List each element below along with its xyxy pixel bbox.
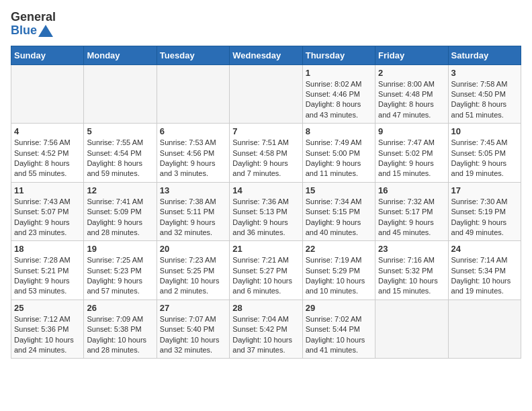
day-number: 17 (451, 185, 518, 195)
day-info: Sunset: 4:54 PM (87, 148, 153, 158)
day-info: Daylight: 10 hours and 41 minutes. (306, 335, 372, 356)
day-info: Sunrise: 7:12 AM (14, 314, 81, 324)
day-number: 14 (232, 185, 299, 195)
day-info: Daylight: 8 hours and 55 minutes. (14, 158, 81, 179)
day-info: Daylight: 9 hours and 53 minutes. (14, 276, 81, 297)
day-number: 21 (232, 244, 299, 254)
day-info: Daylight: 8 hours and 59 minutes. (87, 158, 153, 179)
calendar-cell: 16Sunrise: 7:32 AMSunset: 5:17 PMDayligh… (375, 182, 448, 241)
calendar-cell (230, 64, 302, 124)
calendar-cell: 15Sunrise: 7:34 AMSunset: 5:15 PMDayligh… (302, 182, 375, 241)
day-info: Sunset: 4:58 PM (232, 148, 299, 158)
day-info: Daylight: 10 hours and 10 minutes. (306, 276, 372, 297)
day-info: Sunset: 5:44 PM (306, 324, 372, 334)
day-info: Sunrise: 8:02 AM (306, 79, 372, 89)
day-info: Sunset: 5:09 PM (87, 207, 153, 217)
calendar-cell: 12Sunrise: 7:41 AMSunset: 5:09 PMDayligh… (84, 182, 157, 241)
day-info: Daylight: 10 hours and 37 minutes. (232, 335, 299, 356)
day-info: Daylight: 9 hours and 57 minutes. (87, 276, 153, 297)
calendar-week-4: 25Sunrise: 7:12 AMSunset: 5:36 PMDayligh… (11, 300, 521, 359)
day-info: Sunset: 5:34 PM (451, 266, 518, 276)
day-info: Sunrise: 7:14 AM (451, 255, 518, 265)
day-info: Sunset: 5:27 PM (232, 266, 299, 276)
calendar-cell: 23Sunrise: 7:16 AMSunset: 5:32 PMDayligh… (375, 241, 448, 300)
day-info: Sunrise: 7:49 AM (306, 138, 372, 148)
day-info: Sunrise: 7:02 AM (306, 314, 372, 324)
calendar-cell: 24Sunrise: 7:14 AMSunset: 5:34 PMDayligh… (448, 241, 521, 300)
day-info: Sunrise: 7:55 AM (87, 138, 153, 148)
day-number: 25 (14, 303, 81, 313)
calendar-cell: 11Sunrise: 7:43 AMSunset: 5:07 PMDayligh… (11, 182, 84, 241)
day-info: Sunrise: 7:28 AM (14, 255, 81, 265)
day-info: Sunrise: 7:41 AM (87, 197, 153, 207)
day-info: Sunrise: 7:53 AM (160, 138, 226, 148)
calendar-cell: 9Sunrise: 7:47 AMSunset: 5:02 PMDaylight… (375, 124, 448, 183)
day-info: Sunrise: 7:38 AM (160, 197, 226, 207)
day-info: Sunset: 5:13 PM (232, 207, 299, 217)
day-info: Sunrise: 7:45 AM (451, 138, 518, 148)
day-info: Sunset: 5:19 PM (451, 207, 518, 217)
day-info: Daylight: 9 hours and 15 minutes. (378, 158, 445, 179)
day-info: Sunrise: 7:04 AM (232, 314, 299, 324)
day-info: Sunset: 4:50 PM (451, 89, 518, 99)
day-info: Daylight: 10 hours and 32 minutes. (160, 335, 226, 356)
day-info: Sunset: 5:42 PM (232, 324, 299, 334)
day-info: Daylight: 10 hours and 6 minutes. (232, 276, 299, 297)
day-number: 28 (232, 303, 299, 313)
calendar-cell (157, 64, 229, 124)
calendar-cell: 5Sunrise: 7:55 AMSunset: 4:54 PMDaylight… (84, 124, 157, 183)
calendar-cell (448, 300, 521, 359)
day-number: 2 (378, 68, 445, 78)
day-info: Sunset: 5:38 PM (87, 324, 153, 334)
header-saturday: Saturday (448, 46, 521, 64)
day-info: Daylight: 9 hours and 19 minutes. (451, 158, 518, 179)
day-number: 16 (378, 185, 445, 195)
day-info: Sunset: 5:07 PM (14, 207, 81, 217)
calendar-cell: 28Sunrise: 7:04 AMSunset: 5:42 PMDayligh… (230, 300, 302, 359)
day-info: Daylight: 10 hours and 2 minutes. (160, 276, 226, 297)
header-tuesday: Tuesday (157, 46, 229, 64)
day-number: 27 (160, 303, 226, 313)
day-info: Sunset: 4:56 PM (160, 148, 226, 158)
day-info: Daylight: 9 hours and 45 minutes. (378, 218, 445, 238)
day-info: Sunset: 5:02 PM (378, 148, 445, 158)
day-number: 15 (306, 185, 372, 195)
day-number: 3 (451, 68, 518, 78)
logo-blue: Blue (11, 24, 37, 38)
day-number: 8 (306, 126, 372, 136)
day-info: Daylight: 10 hours and 28 minutes. (87, 335, 153, 356)
header-monday: Monday (84, 46, 157, 64)
day-info: Sunrise: 7:07 AM (160, 314, 226, 324)
day-info: Sunset: 5:32 PM (378, 266, 445, 276)
calendar-cell: 27Sunrise: 7:07 AMSunset: 5:40 PMDayligh… (157, 300, 229, 359)
day-info: Sunset: 5:00 PM (306, 148, 372, 158)
day-info: Daylight: 10 hours and 19 minutes. (451, 276, 518, 297)
calendar-week-1: 4Sunrise: 7:56 AMSunset: 4:52 PMDaylight… (11, 124, 521, 183)
day-info: Daylight: 9 hours and 3 minutes. (160, 158, 226, 179)
day-number: 23 (378, 244, 445, 254)
calendar-cell: 20Sunrise: 7:23 AMSunset: 5:25 PMDayligh… (157, 241, 229, 300)
day-info: Sunset: 5:15 PM (306, 207, 372, 217)
calendar-cell: 1Sunrise: 8:02 AMSunset: 4:46 PMDaylight… (302, 64, 375, 124)
svg-marker-0 (38, 25, 53, 37)
day-number: 5 (87, 126, 153, 136)
day-info: Sunrise: 7:25 AM (87, 255, 153, 265)
day-number: 13 (160, 185, 226, 195)
calendar-cell: 2Sunrise: 8:00 AMSunset: 4:48 PMDaylight… (375, 64, 448, 124)
calendar-cell: 22Sunrise: 7:19 AMSunset: 5:29 PMDayligh… (302, 241, 375, 300)
calendar-cell: 4Sunrise: 7:56 AMSunset: 4:52 PMDaylight… (11, 124, 84, 183)
calendar-cell: 29Sunrise: 7:02 AMSunset: 5:44 PMDayligh… (302, 300, 375, 359)
day-number: 11 (14, 185, 81, 195)
day-info: Sunset: 5:17 PM (378, 207, 445, 217)
day-info: Sunrise: 7:34 AM (306, 197, 372, 207)
day-number: 22 (306, 244, 372, 254)
day-info: Sunrise: 7:51 AM (232, 138, 299, 148)
day-info: Sunrise: 8:00 AM (378, 79, 445, 89)
day-info: Sunrise: 7:56 AM (14, 138, 81, 148)
calendar-cell: 7Sunrise: 7:51 AMSunset: 4:58 PMDaylight… (230, 124, 302, 183)
day-info: Sunrise: 7:43 AM (14, 197, 81, 207)
day-info: Sunset: 4:46 PM (306, 89, 372, 99)
calendar-cell: 6Sunrise: 7:53 AMSunset: 4:56 PMDaylight… (157, 124, 229, 183)
day-info: Sunset: 5:36 PM (14, 324, 81, 334)
day-number: 12 (87, 185, 153, 195)
